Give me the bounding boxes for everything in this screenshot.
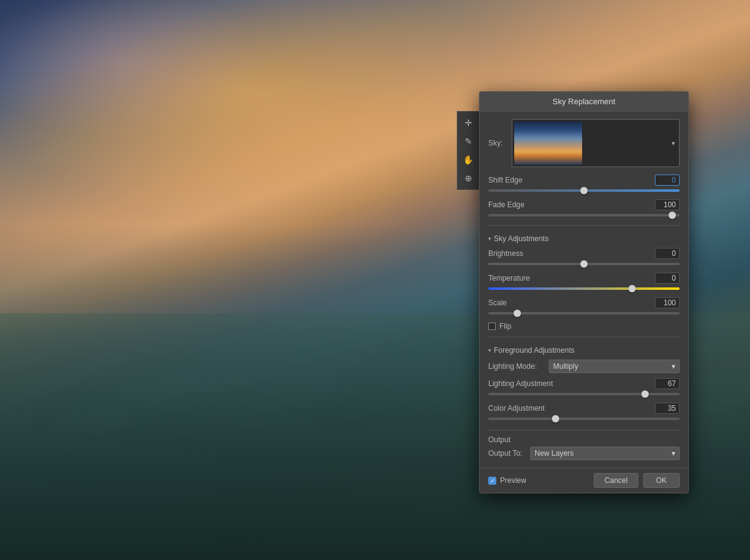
shift-edge-thumb[interactable] (580, 187, 588, 194)
dialog-body: Sky: ▾ Shift Edge 0 Fade Edge 100 (480, 112, 688, 467)
divider-2 (488, 337, 680, 337)
foreground-adjustments-chevron-icon: ▾ (488, 347, 491, 353)
lighting-adjustment-track[interactable] (488, 393, 680, 395)
scale-param: Scale 100 (488, 297, 680, 317)
cancel-button[interactable]: Cancel (594, 473, 638, 488)
output-row: Output To: New Layers ▾ (488, 447, 680, 460)
output-chevron-icon: ▾ (672, 449, 675, 458)
shift-edge-value[interactable]: 0 (655, 175, 680, 186)
lighting-mode-row: Lighting Mode: Multiply ▾ (488, 360, 680, 373)
preview-checkbox[interactable]: ✓ (488, 477, 496, 485)
color-adjustment-value[interactable]: 35 (655, 403, 680, 414)
lighting-mode-chevron-icon: ▾ (672, 362, 675, 371)
temperature-header: Temperature 0 (488, 273, 680, 284)
output-to-value: New Layers (535, 449, 573, 458)
ok-button[interactable]: OK (643, 473, 680, 488)
sky-adjustments-header[interactable]: ▾ Sky Adjustments (488, 234, 680, 243)
sky-dropdown[interactable]: ▾ (512, 119, 680, 167)
lighting-mode-select[interactable]: Multiply ▾ (549, 360, 680, 373)
sky-label: Sky: (488, 139, 506, 147)
sky-thumbnail (514, 121, 582, 165)
fade-edge-label: Fade Edge (488, 200, 525, 209)
scale-value[interactable]: 100 (655, 297, 680, 308)
brightness-thumb[interactable] (580, 260, 588, 268)
output-title: Output (488, 435, 680, 444)
lighting-mode-value: Multiply (553, 362, 578, 371)
lighting-adjustment-param: Lighting Adjustment 67 (488, 378, 680, 398)
scale-thumb[interactable] (514, 310, 521, 317)
lighting-mode-label: Lighting Mode: (488, 362, 544, 371)
fade-edge-param: Fade Edge 100 (488, 199, 680, 219)
footer-buttons: Cancel OK (594, 473, 680, 488)
color-adjustment-label: Color Adjustment (488, 404, 544, 413)
temperature-param: Temperature 0 (488, 273, 680, 292)
color-adjustment-header: Color Adjustment 35 (488, 403, 680, 414)
foreground-adjustments-header[interactable]: ▾ Foreground Adjustments (488, 346, 680, 355)
scale-track[interactable] (488, 312, 680, 315)
shift-edge-header: Shift Edge 0 (488, 175, 680, 186)
flip-checkbox[interactable] (488, 323, 496, 330)
hand-tool[interactable]: ✋ (460, 151, 477, 168)
brightness-label: Brightness (488, 249, 523, 258)
temperature-track[interactable] (488, 287, 680, 290)
dialog-footer: ✓ Preview Cancel OK (480, 467, 688, 493)
sky-adjustments-label: Sky Adjustments (494, 234, 549, 243)
color-adjustment-track[interactable] (488, 418, 680, 420)
temperature-label: Temperature (488, 274, 530, 282)
brightness-param: Brightness 0 (488, 248, 680, 268)
temperature-value[interactable]: 0 (655, 273, 680, 284)
temperature-thumb[interactable] (628, 285, 636, 292)
tool-panel: ✛ ✎ ✋ ⊕ (457, 111, 479, 190)
move-tool[interactable]: ✛ (460, 114, 477, 131)
color-adjustment-thumb[interactable] (552, 415, 559, 422)
brightness-header: Brightness 0 (488, 248, 680, 259)
lighting-adjustment-label: Lighting Adjustment (488, 379, 553, 388)
lighting-adjustment-header: Lighting Adjustment 67 (488, 378, 680, 389)
fade-edge-header: Fade Edge 100 (488, 199, 680, 210)
fade-edge-track[interactable] (488, 214, 680, 216)
fade-edge-value[interactable]: 100 (655, 199, 680, 210)
fade-edge-thumb[interactable] (669, 212, 676, 219)
output-section: Output Output To: New Layers ▾ (488, 430, 680, 460)
flip-label: Flip (499, 322, 511, 331)
preview-row: ✓ Preview (488, 476, 527, 485)
brightness-value[interactable]: 0 (655, 248, 680, 259)
scale-header: Scale 100 (488, 297, 680, 308)
sky-replacement-dialog: Sky Replacement Sky: ▾ Shift Edge 0 Fade… (479, 91, 689, 493)
flip-row: Flip (488, 322, 680, 331)
shift-edge-track[interactable] (488, 189, 680, 192)
lighting-adjustment-value[interactable]: 67 (655, 378, 680, 389)
output-to-label: Output To: (488, 449, 525, 458)
sky-chevron-down-icon: ▾ (672, 139, 675, 147)
lighting-adjustment-thumb[interactable] (641, 390, 649, 398)
shift-edge-param: Shift Edge 0 (488, 175, 680, 194)
foreground-adjustments-label: Foreground Adjustments (494, 346, 575, 355)
brush-tool[interactable]: ✎ (460, 133, 477, 150)
output-to-select[interactable]: New Layers ▾ (530, 447, 680, 460)
sky-selector-row: Sky: ▾ (488, 119, 680, 167)
color-adjustment-param: Color Adjustment 35 (488, 403, 680, 422)
preview-label: Preview (500, 476, 527, 485)
brightness-track[interactable] (488, 263, 680, 265)
shift-edge-label: Shift Edge (488, 176, 522, 184)
divider-1 (488, 225, 680, 226)
sky-adjustments-chevron-icon: ▾ (488, 236, 491, 242)
dialog-title: Sky Replacement (480, 92, 688, 112)
scale-label: Scale (488, 299, 507, 307)
zoom-tool[interactable]: ⊕ (460, 170, 477, 187)
